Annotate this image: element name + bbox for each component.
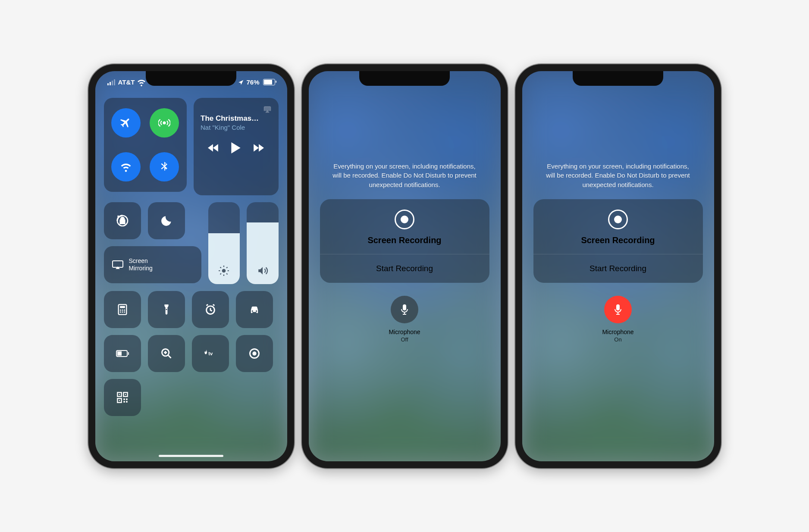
qr-code-icon: [116, 391, 129, 404]
cellular-icon: [158, 117, 170, 129]
location-icon: [238, 79, 244, 85]
svg-point-16: [256, 310, 257, 311]
microphone-label: Microphone: [389, 329, 420, 335]
start-recording-button[interactable]: Start Recording: [533, 254, 703, 283]
calculator-icon: [116, 304, 129, 316]
microphone-toggle[interactable]: [604, 296, 632, 323]
svg-point-7: [122, 309, 123, 310]
screen-mirroring-label: ScreenMirroring: [129, 257, 153, 272]
airplane-icon: [120, 117, 132, 129]
svg-point-10: [122, 311, 123, 313]
record-icon: [248, 347, 260, 360]
orientation-lock-toggle[interactable]: [104, 202, 141, 239]
svg-rect-30: [123, 398, 125, 400]
recording-card: Screen Recording Start Recording: [320, 199, 489, 283]
svg-point-14: [210, 310, 210, 310]
driving-mode-button[interactable]: [236, 291, 273, 328]
play-button[interactable]: [231, 142, 241, 153]
svg-text:tv: tv: [208, 351, 213, 356]
svg-rect-29: [119, 400, 119, 401]
media-subtitle: Nat "King" Cole: [201, 124, 272, 131]
signal-icon: [107, 79, 115, 85]
recording-title: Screen Recording: [581, 235, 655, 245]
screen-record-button[interactable]: [236, 335, 273, 372]
phone-control-center: AT&T 76%: [88, 64, 294, 468]
svg-rect-27: [119, 394, 119, 394]
svg-rect-34: [403, 304, 406, 310]
recording-title: Screen Recording: [367, 235, 441, 245]
svg-rect-19: [128, 352, 129, 355]
orientation-lock-icon: [116, 214, 129, 228]
svg-rect-33: [126, 401, 128, 403]
phone-screen-recording-mic-on: Everything on your screen, including not…: [515, 64, 721, 468]
wifi-icon: [120, 161, 132, 173]
rewind-button[interactable]: [208, 144, 219, 152]
carrier-label: AT&T: [118, 78, 135, 86]
screen-mirroring-button[interactable]: ScreenMirroring: [104, 246, 201, 283]
apple-tv-icon: tv: [204, 347, 217, 360]
volume-icon: [257, 265, 268, 276]
svg-point-8: [124, 309, 125, 310]
forward-button[interactable]: [253, 144, 264, 152]
wifi-toggle[interactable]: [111, 152, 141, 182]
notch: [573, 71, 663, 86]
svg-point-6: [119, 309, 121, 310]
media-title: The Christmas…: [201, 114, 272, 123]
microphone-toggle[interactable]: [391, 296, 418, 323]
magnifier-button[interactable]: [148, 335, 185, 372]
connectivity-module: [104, 98, 187, 192]
bluetooth-toggle[interactable]: [150, 152, 179, 182]
svg-rect-28: [125, 394, 125, 394]
svg-point-3: [222, 269, 226, 272]
bluetooth-icon: [158, 161, 170, 173]
record-icon: [395, 210, 414, 229]
svg-rect-32: [123, 401, 125, 403]
alarm-clock-icon: [204, 304, 216, 316]
recording-card: Screen Recording Start Recording: [533, 199, 703, 283]
svg-point-0: [163, 121, 166, 124]
brightness-icon: [218, 265, 229, 276]
svg-rect-31: [126, 398, 128, 400]
qr-scanner-button[interactable]: [104, 379, 141, 416]
airplane-mode-toggle[interactable]: [111, 108, 141, 138]
magnifier-icon: [160, 347, 172, 360]
flashlight-icon: [160, 304, 172, 316]
record-icon: [608, 210, 628, 229]
notch: [146, 71, 236, 86]
home-indicator[interactable]: [159, 455, 223, 457]
cellular-data-toggle[interactable]: [150, 108, 179, 138]
svg-point-12: [166, 309, 167, 310]
media-module[interactable]: The Christmas… Nat "King" Cole: [194, 98, 279, 195]
microphone-icon: [613, 304, 623, 316]
flashlight-button[interactable]: [148, 291, 185, 328]
microphone-state: On: [614, 336, 621, 343]
recording-disclaimer: Everything on your screen, including not…: [331, 162, 478, 190]
svg-point-9: [119, 311, 121, 313]
apple-tv-remote-button[interactable]: tv: [192, 335, 229, 372]
svg-point-11: [124, 311, 125, 313]
battery-icon: [263, 79, 275, 85]
calculator-button[interactable]: [104, 291, 141, 328]
svg-rect-5: [120, 306, 125, 308]
battery-percent: 76%: [246, 78, 259, 86]
recording-disclaimer: Everything on your screen, including not…: [545, 162, 691, 190]
microphone-label: Microphone: [602, 329, 633, 335]
microphone-state: Off: [401, 336, 408, 343]
volume-slider[interactable]: [247, 202, 279, 284]
notch: [359, 71, 450, 86]
svg-point-15: [251, 310, 253, 311]
start-recording-button[interactable]: Start Recording: [320, 254, 489, 283]
brightness-slider[interactable]: [208, 202, 240, 284]
wifi-icon: [137, 78, 146, 87]
phone-screen-recording-mic-off: Everything on your screen, including not…: [302, 64, 508, 468]
moon-icon: [160, 214, 173, 228]
do-not-disturb-toggle[interactable]: [148, 202, 185, 239]
low-power-icon: [116, 350, 129, 357]
microphone-icon: [399, 304, 410, 316]
low-power-mode-button[interactable]: [104, 335, 141, 372]
svg-rect-2: [113, 261, 123, 267]
alarm-button[interactable]: [192, 291, 229, 328]
screen-mirroring-icon: [112, 260, 124, 269]
svg-rect-18: [118, 352, 121, 355]
airplay-icon: [263, 106, 272, 113]
